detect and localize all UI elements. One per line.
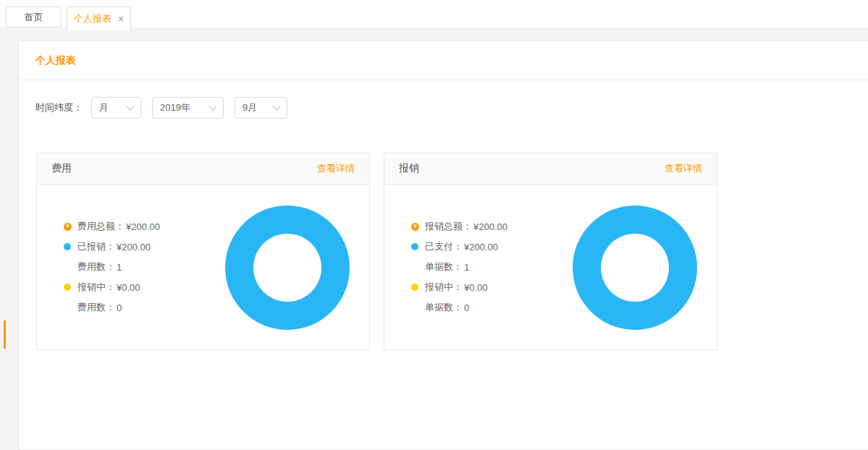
period-type-select[interactable]: 月: [91, 97, 141, 119]
year-value: 2019年: [160, 101, 190, 114]
legend-item: ¥ 费用总额： ¥200.00: [64, 216, 160, 237]
bullet-spacer: [411, 263, 418, 271]
donut-hole: [253, 234, 321, 302]
legend-value: ¥200.00: [464, 242, 498, 252]
cards-row: 费用 查看详情 ¥ 费用总额： ¥200.00 已报销： ¥200.00: [36, 153, 717, 350]
legend-value: ¥0.00: [464, 282, 488, 293]
blue-dot-icon: [411, 243, 418, 250]
legend-item: 费用数： 1: [64, 257, 160, 277]
legend-value: 1: [117, 262, 122, 273]
blue-dot-icon: [64, 243, 71, 250]
month-select[interactable]: 9月: [235, 97, 287, 119]
legend-label: 已报销：: [77, 240, 115, 253]
expense-donut-chart: [225, 205, 350, 330]
time-dimension-filter: 时间纬度： 月 2019年 9月: [35, 97, 298, 119]
legend-item: 费用数： 0: [64, 297, 160, 318]
legend-item: 报销中： ¥0.00: [64, 277, 160, 297]
main-panel: 个人报表 时间纬度： 月 2019年 9月 费用 查看详情 ¥: [18, 41, 868, 450]
legend-label: 报销总额：: [425, 220, 472, 233]
reimbursement-card-body: ¥ 报销总额： ¥200.00 已支付： ¥200.00 单据数： 1: [384, 184, 717, 349]
reimbursement-donut-chart: [573, 205, 697, 330]
expense-card: 费用 查看详情 ¥ 费用总额： ¥200.00 已报销： ¥200.00: [36, 153, 370, 350]
legend-value: 1: [464, 262, 469, 273]
page-title: 个人报表: [35, 54, 76, 67]
legend-item: 已支付： ¥200.00: [411, 237, 507, 257]
chevron-down-icon: [272, 102, 280, 110]
left-scrollbar-thumb[interactable]: [4, 320, 6, 349]
tab-home[interactable]: 首页: [6, 7, 62, 27]
time-dimension-label: 时间纬度：: [35, 101, 83, 114]
legend-item: ¥ 报销总额： ¥200.00: [411, 216, 507, 237]
reimbursement-card: 报销 查看详情 ¥ 报销总额： ¥200.00 已支付： ¥200.00: [384, 153, 717, 350]
chevron-down-icon: [208, 102, 216, 110]
expense-card-body: ¥ 费用总额： ¥200.00 已报销： ¥200.00 费用数： 1: [37, 184, 369, 349]
bullet-spacer: [64, 304, 71, 311]
yen-circle-icon: ¥: [64, 223, 72, 231]
legend-value: ¥200.00: [117, 242, 151, 252]
reimbursement-detail-link[interactable]: 查看详情: [665, 162, 702, 175]
legend-value: ¥0.00: [117, 282, 140, 293]
bullet-spacer: [411, 304, 418, 311]
expense-card-header: 费用 查看详情: [37, 153, 369, 184]
legend-item: 单据数： 0: [411, 297, 507, 318]
bullet-spacer: [64, 263, 71, 271]
tab-home-label: 首页: [25, 11, 43, 24]
year-select[interactable]: 2019年: [152, 97, 224, 119]
legend-value: 0: [464, 302, 469, 313]
expense-detail-link[interactable]: 查看详情: [317, 162, 355, 175]
legend-item: 已报销： ¥200.00: [64, 237, 160, 257]
legend-label: 费用总额：: [77, 220, 125, 233]
yen-circle-icon: ¥: [411, 223, 419, 231]
legend-value: ¥200.00: [473, 221, 507, 232]
chevron-down-icon: [126, 102, 134, 110]
legend-label: 已支付：: [425, 240, 463, 253]
legend-label: 费用数：: [77, 260, 115, 273]
tab-bar: 首页 个人报表 ×: [0, 0, 868, 27]
donut-hole: [601, 234, 669, 302]
tab-personal-report[interactable]: 个人报表 ×: [67, 7, 131, 30]
legend-value: 0: [117, 302, 122, 313]
reimbursement-card-header: 报销 查看详情: [384, 153, 717, 184]
legend-label: 单据数：: [425, 260, 463, 273]
period-type-value: 月: [99, 101, 109, 114]
legend-label: 报销中：: [425, 281, 463, 294]
close-tab-icon[interactable]: ×: [118, 14, 124, 24]
legend-label: 费用数：: [77, 301, 115, 314]
legend-label: 报销中：: [77, 281, 115, 294]
legend-item: 报销中： ¥0.00: [411, 277, 507, 297]
legend-label: 单据数：: [425, 301, 463, 314]
panel-header: 个人报表: [19, 41, 868, 80]
reimbursement-card-title: 报销: [399, 162, 419, 175]
yellow-dot-icon: [411, 284, 418, 291]
legend-value: ¥200.00: [126, 221, 160, 232]
yellow-dot-icon: [64, 284, 71, 291]
legend-item: 单据数： 1: [411, 257, 507, 277]
expense-legend: ¥ 费用总额： ¥200.00 已报销： ¥200.00 费用数： 1: [64, 216, 160, 318]
tab-personal-report-label: 个人报表: [74, 12, 111, 25]
reimbursement-legend: ¥ 报销总额： ¥200.00 已支付： ¥200.00 单据数： 1: [411, 216, 507, 318]
month-value: 9月: [243, 101, 257, 114]
expense-card-title: 费用: [51, 162, 72, 175]
